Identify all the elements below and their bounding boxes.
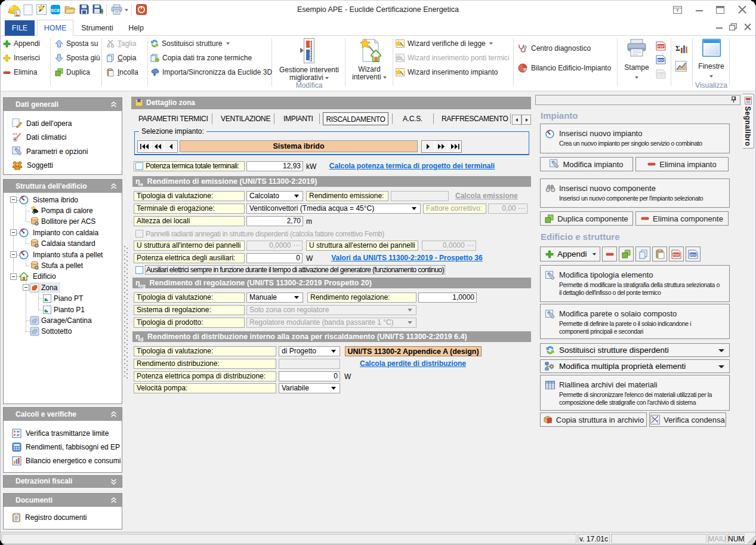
svg-text:XLS: XLS [658, 73, 664, 76]
svg-text:DOC: DOC [689, 253, 696, 256]
svg-text:PDF: PDF [658, 45, 665, 48]
svg-text:PDF: PDF [673, 253, 680, 256]
svg-text:Σ: Σ [675, 44, 680, 53]
svg-text:DOC: DOC [657, 58, 664, 62]
